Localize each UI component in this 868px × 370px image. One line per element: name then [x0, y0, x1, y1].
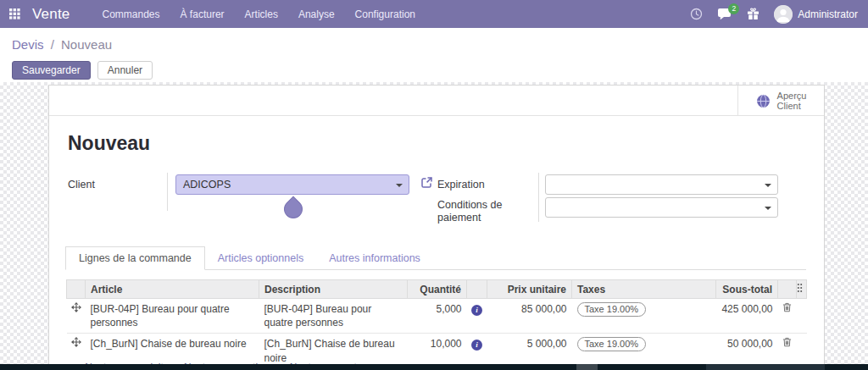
column-options-header: [797, 280, 807, 299]
tax-pill[interactable]: Taxe 19.00%: [577, 302, 647, 317]
messages-badge: 2: [728, 3, 739, 14]
unit-price-cell[interactable]: 85 000,00: [487, 299, 572, 334]
top-navbar: Vente Commandes À facturer Articles Anal…: [0, 0, 868, 28]
customer-preview-label: Aperçu Client: [777, 91, 807, 111]
avatar: [774, 5, 793, 24]
tab-order-lines[interactable]: Lignes de la commande: [65, 246, 205, 270]
bottom-bar: [0, 364, 868, 370]
user-menu[interactable]: Administrator: [774, 5, 858, 24]
apps-menu-button[interactable]: [0, 0, 29, 28]
caret-down-icon: [765, 207, 771, 210]
column-options-icon[interactable]: [797, 283, 803, 295]
trash-cell: [778, 299, 797, 334]
nav-item-configuration[interactable]: Configuration: [355, 8, 415, 20]
table-row: [BUR-04P] Bureau pour quatre personnes […: [67, 299, 807, 334]
content-background: Aperçu Client Nouveau Client ADICOPS: [0, 82, 868, 370]
main-menu: Commandes À facturer Articles Analyse Co…: [103, 8, 416, 20]
expiration-label: Expiration: [437, 179, 485, 191]
gift-icon[interactable]: [747, 8, 760, 20]
payment-terms-label: Conditions de paiement: [437, 199, 522, 224]
quantity-cell[interactable]: 5,000: [408, 299, 467, 334]
screen: Vente Commandes À facturer Articles Anal…: [0, 0, 868, 370]
form-statusbar: Aperçu Client: [49, 86, 824, 116]
text-selection-handle: [280, 196, 306, 222]
trash-icon[interactable]: [782, 337, 792, 351]
tax-pill[interactable]: Taxe 19.00%: [577, 337, 647, 351]
user-name: Administrator: [798, 8, 858, 20]
expiration-field[interactable]: [545, 174, 778, 195]
save-button[interactable]: Sauvegarder: [12, 61, 91, 80]
trash-column-header: [778, 280, 797, 299]
subtotal-cell: 425 000,00: [716, 299, 778, 334]
description-column-header: Description: [259, 280, 408, 299]
quotation-form-sheet: Aperçu Client Nouveau Client ADICOPS: [48, 85, 825, 370]
info-icon[interactable]: i: [471, 340, 482, 351]
unit-price-column-header: Prix unitaire: [487, 280, 572, 299]
table-header-row: Article Description Quantité Prix unitai…: [67, 280, 807, 299]
activities-clock-icon[interactable]: [690, 8, 703, 20]
notebook-tabs: Lignes de la commande Articles optionnel…: [65, 246, 806, 270]
record-actions: Sauvegarder Annuler: [12, 61, 153, 80]
order-lines-table: Article Description Quantité Prix unitai…: [66, 279, 807, 369]
client-label: Client: [68, 179, 95, 191]
info-icon[interactable]: i: [471, 305, 482, 316]
client-field[interactable]: ADICOPS: [175, 174, 409, 195]
tab-optional-products[interactable]: Articles optionnels: [205, 247, 316, 269]
subtotal-column-header: Sous-total: [716, 280, 778, 299]
trash-icon[interactable]: [782, 302, 792, 316]
info-column-header: [467, 280, 487, 299]
globe-icon: [756, 94, 771, 108]
nav-item-a-facturer[interactable]: À facturer: [181, 8, 225, 20]
nav-item-commandes[interactable]: Commandes: [103, 8, 160, 20]
nav-item-articles[interactable]: Articles: [245, 8, 278, 20]
messages-icon[interactable]: 2: [717, 8, 732, 21]
label-separator-right: [538, 173, 539, 222]
drag-handle-icon[interactable]: [71, 337, 81, 351]
apps-grid-icon: [9, 8, 20, 19]
info-cell: i: [467, 299, 487, 334]
breadcrumb-devis[interactable]: Devis: [12, 37, 44, 52]
drag-handle-icon[interactable]: [71, 302, 81, 316]
handle-column-header: [67, 280, 86, 299]
caret-down-icon: [396, 184, 403, 187]
bottom-bar-segment: [576, 364, 598, 370]
tab-other-info[interactable]: Autres informations: [316, 247, 433, 269]
cancel-button[interactable]: Annuler: [97, 61, 153, 80]
external-link-icon[interactable]: [420, 176, 433, 192]
control-panel: Devis / Nouveau Sauvegarder Annuler: [0, 28, 868, 82]
nav-right-icons: 2: [690, 5, 868, 24]
breadcrumb-current: Nouveau: [61, 37, 112, 52]
article-cell[interactable]: [BUR-04P] Bureau pour quatre personnes: [86, 299, 259, 334]
label-separator-left: [167, 173, 168, 211]
caret-down-icon: [765, 184, 771, 187]
taxes-cell: Taxe 19.00%: [572, 299, 716, 334]
client-value: ADICOPS: [183, 179, 231, 191]
record-title: Nouveau: [68, 132, 150, 155]
payment-terms-field[interactable]: [545, 197, 778, 218]
customer-preview-button[interactable]: Aperçu Client: [737, 86, 824, 116]
nav-item-analyse[interactable]: Analyse: [298, 8, 335, 20]
bottom-bar-segment: [706, 364, 825, 370]
quantity-column-header: Quantité: [408, 280, 467, 299]
breadcrumb: Devis / Nouveau: [12, 37, 112, 52]
app-name[interactable]: Vente: [32, 6, 70, 23]
row-drag-cell: [67, 299, 86, 334]
description-cell[interactable]: [BUR-04P] Bureau pour quatre personnes: [259, 299, 408, 334]
article-column-header: Article: [86, 280, 259, 299]
taxes-column-header: Taxes: [572, 280, 716, 299]
breadcrumb-separator: /: [51, 37, 54, 52]
